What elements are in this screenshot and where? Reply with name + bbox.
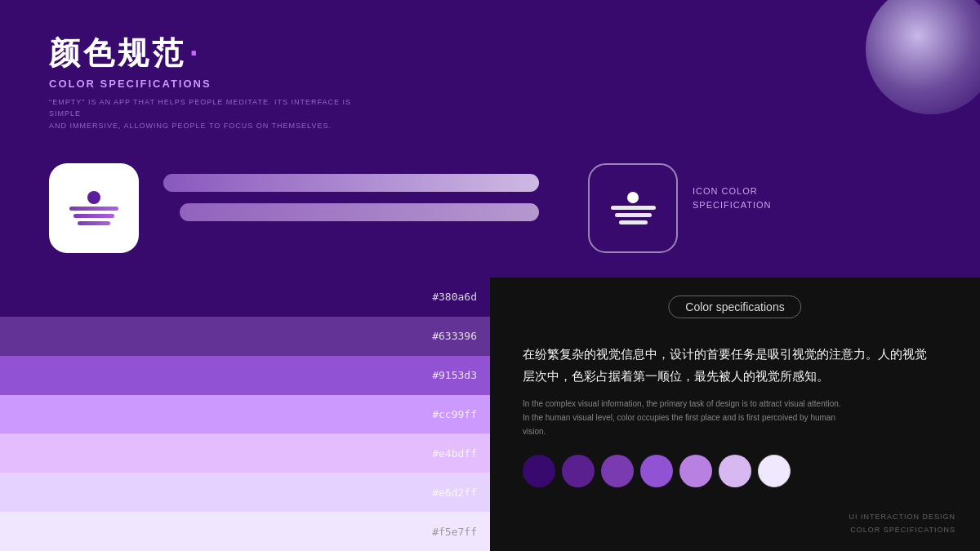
- color-swatches: #380a6d #633396 #9153d3 #cc99ff #e4bdff …: [0, 278, 490, 551]
- header-area: 颜色规范· COLOR SPECIFICATIONS "EMPTY" IS AN…: [49, 33, 359, 131]
- deco-circle: [866, 0, 980, 114]
- icon-inner-right: [611, 192, 656, 224]
- footer-label: UI INTERACTION DESIGN COLOR SPECIFICATIO…: [849, 510, 956, 536]
- swatch-5: #e6d2ff: [0, 473, 490, 512]
- icon-inner-left: [69, 191, 118, 225]
- swatch-1: #633396: [0, 317, 490, 356]
- icon-body-lines-left: [69, 207, 118, 225]
- swatch-3: #cc99ff: [0, 395, 490, 434]
- swatch-2: #9153d3: [0, 356, 490, 395]
- swatch-6: #f5e7ff: [0, 512, 490, 551]
- color-circles: [523, 455, 947, 487]
- gradient-bar-2: [180, 203, 539, 221]
- icon-line-2: [74, 214, 114, 218]
- gradient-bar-1: [163, 174, 539, 192]
- right-panel: Color specifications 在纷繁复杂的视觉信息中，设计的首要任务…: [490, 278, 980, 551]
- color-circle-1: [562, 455, 595, 487]
- chinese-desc: 在纷繁复杂的视觉信息中，设计的首要任务是吸引视觉的注意力。人的视觉 层次中，色彩…: [523, 343, 947, 387]
- icon-line-dark-1: [611, 206, 656, 210]
- title-chinese: 颜色规范·: [49, 33, 359, 74]
- english-desc: In the complex visual information, the p…: [523, 397, 947, 438]
- color-circle-4: [679, 455, 712, 487]
- title-en: COLOR SPECIFICATIONS: [49, 78, 359, 90]
- icon-line-1: [69, 207, 118, 211]
- icon-color-label: ICON COLOR SPECIFICATION: [693, 184, 772, 211]
- bottom-section: #380a6d #633396 #9153d3 #cc99ff #e4bdff …: [0, 278, 980, 551]
- color-circle-6: [758, 455, 791, 487]
- app-icon-left: [49, 163, 139, 253]
- icon-line-dark-2: [615, 213, 652, 217]
- color-circle-3: [640, 455, 673, 487]
- icon-body-lines-right: [611, 206, 656, 224]
- top-section: 颜色规范· COLOR SPECIFICATIONS "EMPTY" IS AN…: [0, 0, 980, 278]
- color-circle-5: [719, 455, 751, 487]
- color-circle-0: [523, 455, 555, 487]
- icon-head-right: [627, 192, 639, 203]
- gradient-bars: [163, 174, 539, 221]
- subtitle: "EMPTY" IS AN APP THAT HELPS PEOPLE MEDI…: [49, 96, 359, 131]
- color-spec-badge: Color specifications: [668, 295, 801, 318]
- icon-line-3: [78, 221, 110, 225]
- app-icon-right: [588, 163, 678, 253]
- color-circle-2: [601, 455, 634, 487]
- icon-head-left: [87, 191, 100, 204]
- swatch-4: #e4bdff: [0, 433, 490, 473]
- swatch-0: #380a6d: [0, 278, 490, 317]
- icon-line-dark-3: [619, 220, 648, 224]
